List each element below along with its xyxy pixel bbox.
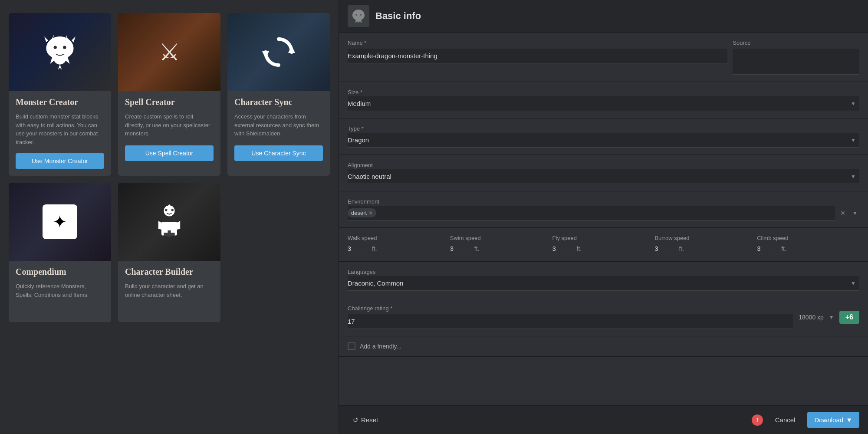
character-builder-body: Character Builder Build your character a… [118, 261, 220, 322]
walk-speed-label: Walk speed [348, 235, 445, 241]
environment-tags-container[interactable]: desert ✕ [348, 206, 835, 220]
size-section: Size * Medium Tiny Small Large Huge Garg… [339, 82, 868, 118]
challenge-rating-bonus: +6 [839, 311, 859, 324]
character-builder-title: Character Builder [125, 267, 214, 277]
monster-creator-title: Monster Creator [16, 97, 104, 107]
spell-creator-icon: ⚔ [159, 38, 180, 66]
name-source-section: Name * Source [339, 33, 868, 82]
character-sync-desc: Access your characters from external res… [234, 112, 323, 138]
spell-creator-body: Spell Creator Create custom spells to ro… [118, 91, 220, 168]
size-label: Size * [348, 89, 859, 95]
challenge-rating-input[interactable] [348, 314, 793, 329]
languages-section: Languages Draconic, Common Common Elvish… [339, 262, 868, 298]
download-button[interactable]: Download ▼ [807, 412, 859, 428]
type-select[interactable]: Dragon Beast Humanoid Undead Fiend [348, 133, 859, 147]
swim-speed-unit: ft. [474, 245, 480, 252]
left-panel: Monster Creator Build custom monster sta… [0, 0, 339, 434]
character-sync-body: Character Sync Access your characters fr… [227, 91, 330, 168]
alignment-label: Alignment [348, 162, 859, 168]
card-spell-creator[interactable]: ⚔ Spell Creator Create custom spells to … [118, 13, 220, 176]
fly-speed-value-row: ft. [552, 243, 650, 254]
fly-speed-input[interactable] [552, 243, 574, 254]
reset-label: Reset [361, 416, 378, 424]
challenge-rating-label: Challenge rating * [348, 305, 793, 312]
source-group: Source [733, 39, 859, 75]
svg-rect-9 [164, 233, 174, 236]
use-spell-creator-button[interactable]: Use Spell Creator [125, 145, 214, 161]
svg-point-12 [355, 14, 357, 16]
character-sync-title: Character Sync [234, 97, 323, 107]
burrow-speed-label: Burrow speed [654, 235, 752, 241]
challenge-rating-group: Challenge rating * [348, 305, 793, 329]
cards-grid: Monster Creator Build custom monster sta… [9, 13, 330, 322]
form-header-title: Basic info [375, 10, 421, 22]
use-monster-creator-button[interactable]: Use Monster Creator [16, 153, 104, 169]
svg-point-11 [171, 209, 174, 211]
monster-creator-desc: Build custom monster stat blocks with ea… [16, 112, 104, 146]
swim-speed-input[interactable] [450, 243, 472, 254]
climb-speed-unit: ft. [781, 245, 786, 252]
burrow-speed-value-row: ft. [654, 243, 752, 254]
fly-speed-unit: ft. [577, 245, 582, 252]
download-label: Download [814, 416, 843, 424]
download-icon: ▼ [846, 416, 852, 424]
source-label: Source [733, 39, 859, 46]
environment-tag-desert: desert ✕ [348, 208, 376, 217]
challenge-rating-xp-arrow[interactable]: ▼ [829, 314, 834, 320]
spell-creator-title: Spell Creator [125, 97, 214, 107]
warning-badge: ! [752, 414, 763, 426]
environment-section: Environment desert ✕ ✕ ▼ [339, 191, 868, 228]
form-header: Basic info [339, 0, 868, 33]
add-friendly-label: Add a friendly... [360, 343, 401, 350]
compendium-title: Compendium [16, 267, 104, 277]
add-friendly-section: Add a friendly... [339, 336, 868, 357]
fly-speed-label: Fly speed [552, 235, 650, 241]
svg-point-1 [63, 46, 66, 49]
monster-creator-body: Monster Creator Build custom monster sta… [9, 91, 111, 176]
walk-speed-field: Walk speed ft. [348, 235, 450, 254]
monster-avatar [348, 5, 369, 27]
burrow-speed-input[interactable] [654, 243, 676, 254]
swim-speed-field: Swim speed ft. [450, 235, 552, 254]
type-label: Type * [348, 125, 859, 132]
climb-speed-field: Climb speed ft. [757, 235, 859, 254]
svg-point-10 [165, 209, 167, 211]
size-select-wrapper: Medium Tiny Small Large Huge Gargantuan … [348, 96, 859, 111]
right-panel: Basic info Name * Source Size * Medium T… [339, 0, 868, 434]
add-friendly-checkbox[interactable] [348, 342, 355, 350]
walk-speed-input[interactable] [348, 243, 369, 254]
use-character-sync-button[interactable]: Use Character Sync [234, 145, 323, 161]
fly-speed-field: Fly speed ft. [552, 235, 655, 254]
cancel-button[interactable]: Cancel [768, 413, 802, 427]
form-content: Name * Source Size * Medium Tiny Small L… [339, 33, 868, 405]
environment-tag-desert-remove[interactable]: ✕ [368, 210, 373, 216]
name-input[interactable] [348, 49, 727, 63]
reset-button[interactable]: ↺ Reset [348, 413, 383, 427]
swim-speed-label: Swim speed [450, 235, 547, 241]
card-character-sync[interactable]: Character Sync Access your characters fr… [227, 13, 330, 176]
source-input[interactable] [733, 49, 859, 75]
name-group: Name * [348, 39, 727, 75]
character-builder-image [118, 183, 220, 261]
size-select[interactable]: Medium Tiny Small Large Huge Gargantuan [348, 96, 859, 111]
card-compendium[interactable]: ✦ Compendium Quickly reference Monsters,… [9, 183, 111, 322]
environment-label: Environment [348, 198, 859, 205]
card-monster-creator[interactable]: Monster Creator Build custom monster sta… [9, 13, 111, 176]
alignment-select[interactable]: Chaotic neutral Lawful good Neutral good… [348, 169, 859, 184]
climb-speed-label: Climb speed [757, 235, 854, 241]
environment-tag-desert-label: desert [351, 210, 367, 216]
compendium-icon: ✦ [43, 204, 77, 239]
type-select-wrapper: Dragon Beast Humanoid Undead Fiend ▼ [348, 133, 859, 148]
card-character-builder[interactable]: Character Builder Build your character a… [118, 183, 220, 322]
environment-dropdown-arrow[interactable]: ▼ [851, 208, 859, 218]
name-label: Name * [348, 39, 727, 46]
compendium-desc: Quickly reference Monsters, Spells, Cond… [16, 282, 104, 308]
languages-select[interactable]: Draconic, Common Common Elvish Dwarvish [348, 276, 859, 290]
alignment-section: Alignment Chaotic neutral Lawful good Ne… [339, 155, 868, 191]
climb-speed-input[interactable] [757, 243, 779, 254]
environment-clear-all[interactable]: ✕ [838, 208, 847, 218]
walk-speed-unit: ft. [372, 245, 377, 252]
swim-speed-value-row: ft. [450, 243, 547, 254]
alignment-select-wrapper: Chaotic neutral Lawful good Neutral good… [348, 169, 859, 184]
burrow-speed-unit: ft. [679, 245, 684, 252]
